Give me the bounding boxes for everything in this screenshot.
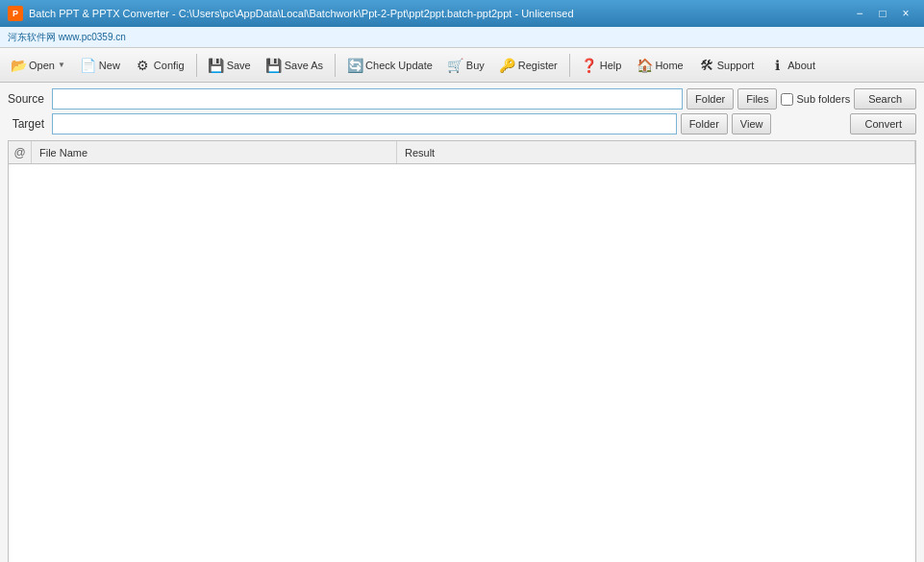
target-input[interactable] xyxy=(52,113,677,134)
save-label: Save xyxy=(227,60,251,71)
separator-1 xyxy=(196,54,197,77)
config-icon: ⚙ xyxy=(136,58,151,73)
new-button[interactable]: 📄 New xyxy=(74,52,127,79)
new-label: New xyxy=(99,60,120,71)
separator-2 xyxy=(335,54,336,77)
support-icon: 🛠 xyxy=(699,58,714,73)
search-button[interactable]: Search xyxy=(854,88,916,110)
title-bar-left: P Batch PPT & PPTX Converter - C:\Users\… xyxy=(8,6,574,21)
separator-3 xyxy=(569,54,570,77)
checkupdate-label: Check Update xyxy=(365,60,433,71)
target-label: Target xyxy=(8,117,48,131)
convert-button[interactable]: Convert xyxy=(850,113,916,134)
saveas-button[interactable]: 💾 Save As xyxy=(260,52,330,79)
source-input[interactable] xyxy=(52,88,683,110)
new-icon: 📄 xyxy=(81,58,96,73)
watermark-text: 河东软件网 www.pc0359.cn xyxy=(8,31,126,44)
open-icon: 📂 xyxy=(11,58,26,73)
buy-label: Buy xyxy=(466,60,485,71)
config-label: Config xyxy=(154,60,185,71)
watermark-bar: 河东软件网 www.pc0359.cn xyxy=(0,27,924,48)
source-label: Source xyxy=(8,92,48,106)
source-row: Source Folder Files Sub folders Search xyxy=(8,88,916,110)
about-icon: ℹ xyxy=(769,58,785,73)
home-button[interactable]: 🏠 Home xyxy=(630,52,689,79)
app-icon: P xyxy=(8,6,23,21)
save-button[interactable]: 💾 Save xyxy=(202,52,258,79)
register-label: Register xyxy=(518,60,558,71)
config-button[interactable]: ⚙ Config xyxy=(129,52,191,79)
close-button[interactable]: × xyxy=(895,5,916,22)
help-button[interactable]: ❓ Help xyxy=(575,52,629,79)
source-folder-button[interactable]: Folder xyxy=(687,88,734,110)
buy-button[interactable]: 🛒 Buy xyxy=(441,52,491,79)
table-col-filename: File Name xyxy=(32,141,397,163)
table-icon-col: @ xyxy=(9,141,32,163)
register-button[interactable]: 🔑 Register xyxy=(493,52,564,79)
maximize-button[interactable]: □ xyxy=(872,5,893,22)
open-label: Open xyxy=(29,60,55,71)
main-content: Source Folder Files Sub folders Search T… xyxy=(0,83,924,562)
title-bar: P Batch PPT & PPTX Converter - C:\Users\… xyxy=(0,0,924,27)
support-label: Support xyxy=(717,60,755,71)
minimize-button[interactable]: − xyxy=(849,5,870,22)
subfolders-checkbox[interactable] xyxy=(781,93,793,106)
target-view-button[interactable]: View xyxy=(732,113,772,134)
source-files-button[interactable]: Files xyxy=(737,88,777,110)
table-header: @ File Name Result xyxy=(9,141,915,164)
home-icon: 🏠 xyxy=(637,58,652,73)
target-row: Target Folder View Convert xyxy=(8,113,916,134)
subfolders-label[interactable]: Sub folders xyxy=(781,93,850,106)
open-button[interactable]: 📂 Open ▼ xyxy=(4,52,72,79)
saveas-label: Save As xyxy=(285,60,323,71)
saveas-icon: 💾 xyxy=(266,58,282,73)
target-folder-button[interactable]: Folder xyxy=(681,113,728,134)
buy-icon: 🛒 xyxy=(448,58,463,73)
help-label: Help xyxy=(600,60,622,71)
checkupdate-icon: 🔄 xyxy=(347,58,362,73)
support-button[interactable]: 🛠 Support xyxy=(692,52,762,79)
save-icon: 💾 xyxy=(209,58,224,73)
open-arrow: ▼ xyxy=(58,61,65,69)
register-icon: 🔑 xyxy=(500,58,515,73)
table-col-result: Result xyxy=(397,141,915,163)
window-controls: − □ × xyxy=(849,5,916,22)
about-label: About xyxy=(787,60,815,71)
file-table: @ File Name Result xyxy=(8,140,916,562)
about-button[interactable]: ℹ About xyxy=(762,52,822,79)
toolbar: 📂 Open ▼ 📄 New ⚙ Config 💾 Save 💾 Save As… xyxy=(0,48,924,83)
help-icon: ❓ xyxy=(582,58,597,73)
checkupdate-button[interactable]: 🔄 Check Update xyxy=(340,52,439,79)
window-title: Batch PPT & PPTX Converter - C:\Users\pc… xyxy=(29,8,574,19)
home-label: Home xyxy=(655,60,683,71)
